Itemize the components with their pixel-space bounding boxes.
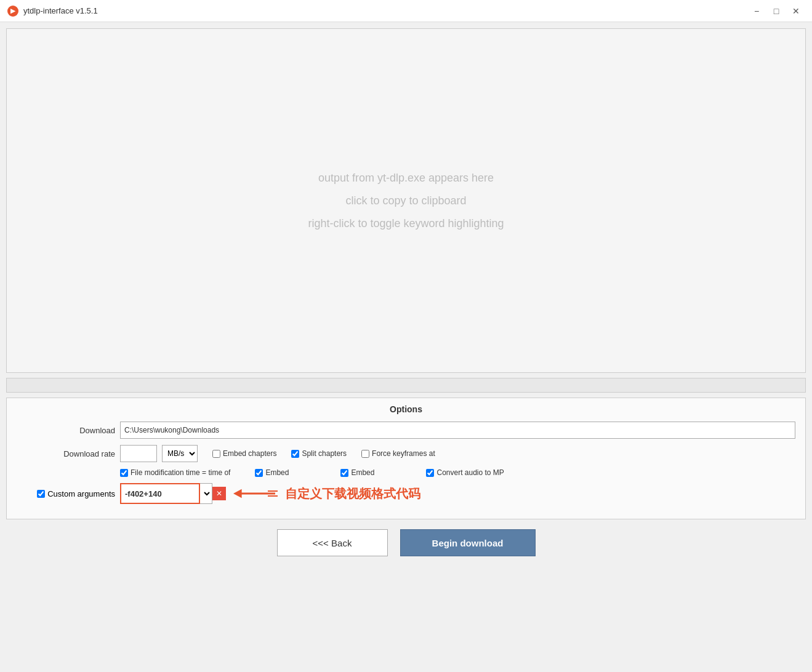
force-keyframes-item: Force keyframes at: [361, 449, 435, 458]
embed-chapters-label: Embed chapters: [223, 449, 276, 458]
rate-input[interactable]: [120, 445, 157, 462]
maximize-button[interactable]: □: [768, 4, 785, 18]
window-controls: − □ ✕: [748, 4, 805, 18]
custom-args-input[interactable]: [120, 483, 200, 504]
file-mod-item: File modification time = time of: [120, 468, 230, 477]
force-keyframes-checkbox[interactable]: [361, 450, 369, 458]
custom-args-dropdown[interactable]: [200, 483, 212, 504]
progress-bar: [6, 378, 806, 393]
close-button[interactable]: ✕: [787, 4, 805, 18]
output-hint-3: right-click to toggle keyword highlighti…: [308, 217, 504, 230]
custom-args-row: Custom arguments ✕ 自定义下载视频格式代码: [17, 483, 795, 504]
annotation-row: 自定义下载视频格式代码: [231, 485, 420, 502]
embed2-item: Embed: [340, 468, 374, 477]
app-title: ytdlp-interface v1.5.1: [23, 6, 98, 15]
minimize-button[interactable]: −: [748, 4, 765, 18]
output-hint-2: click to copy to clipboard: [345, 194, 466, 207]
convert-audio-checkbox[interactable]: [426, 469, 434, 477]
rate-unit-select[interactable]: MB/s: [162, 445, 198, 462]
split-chapters-checkbox[interactable]: [291, 450, 299, 458]
svg-marker-1: [233, 489, 242, 498]
embed-chapters-item: Embed chapters: [212, 449, 276, 458]
custom-args-input-wrapper: ✕: [120, 483, 226, 504]
convert-audio-item: Convert audio to MP: [426, 468, 504, 477]
split-chapters-item: Split chapters: [291, 449, 347, 458]
embed2-checkbox[interactable]: [340, 469, 348, 477]
arrow-icon: [231, 485, 280, 502]
embed1-item: Embed: [255, 468, 289, 477]
file-mod-checkbox[interactable]: [120, 469, 128, 477]
app-icon: ▶: [7, 6, 18, 17]
bottom-buttons: <<< Back Begin download: [6, 529, 806, 556]
download-rate-label: Download rate: [17, 449, 115, 458]
output-hint-1: output from yt-dlp.exe appears here: [318, 172, 494, 185]
embed1-label: Embed: [265, 468, 289, 477]
begin-download-button[interactable]: Begin download: [400, 529, 536, 556]
options-title: Options: [17, 404, 795, 414]
download-path-row: Download: [17, 422, 795, 439]
annotation-text: 自定义下载视频格式代码: [285, 486, 420, 502]
file-mod-label: File modification time = time of: [131, 468, 230, 477]
output-area[interactable]: output from yt-dlp.exe appears here clic…: [6, 28, 806, 373]
embed-chapters-checkbox[interactable]: [212, 450, 220, 458]
title-bar: ▶ ytdlp-interface v1.5.1 − □ ✕: [0, 0, 812, 22]
download-path-input[interactable]: [120, 422, 795, 439]
back-button[interactable]: <<< Back: [277, 529, 388, 556]
options-section: Options Download Download rate MB/s Embe…: [6, 398, 806, 519]
split-chapters-label: Split chapters: [302, 449, 347, 458]
force-keyframes-label: Force keyframes at: [372, 449, 435, 458]
custom-args-clear-button[interactable]: ✕: [212, 487, 226, 500]
convert-audio-label: Convert audio to MP: [436, 468, 504, 477]
window-body: output from yt-dlp.exe appears here clic…: [0, 22, 812, 672]
embed2-label: Embed: [351, 468, 374, 477]
custom-args-checkbox[interactable]: [37, 490, 45, 498]
download-rate-row: Download rate MB/s Embed chapters Split …: [17, 445, 795, 462]
download-label: Download: [17, 426, 115, 435]
custom-args-label: Custom arguments: [47, 489, 115, 498]
embed1-checkbox[interactable]: [255, 469, 263, 477]
title-bar-left: ▶ ytdlp-interface v1.5.1: [7, 6, 98, 17]
file-mod-row: File modification time = time of Embed E…: [17, 468, 795, 477]
